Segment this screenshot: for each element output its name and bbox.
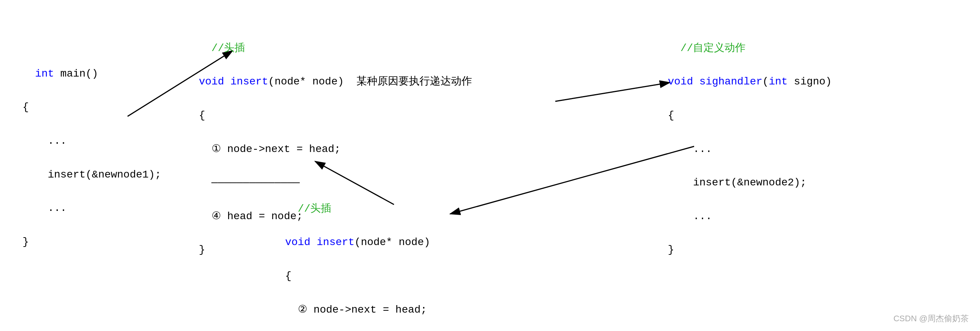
comment-custom-action: //自定义动作 [681,42,746,54]
main-function-block: int main() { ... insert(&newnode1); ... … [22,49,161,251]
main-signature: main() [54,68,98,80]
comment-head-insert-top: //头插 [212,42,245,54]
sighandler-block: //自定义动作 void sighandler(int signo) { ...… [668,23,832,259]
svg-line-2 [555,83,670,101]
keyword-int: int [35,68,54,80]
comment-head-insert-bottom: //头插 [298,203,332,215]
bottom-insert-block: //头插 void insert(node* node) { ② node->n… [285,184,430,331]
watermark: CSDN @周杰偷奶茶 [893,313,969,324]
svg-line-3 [450,146,694,214]
